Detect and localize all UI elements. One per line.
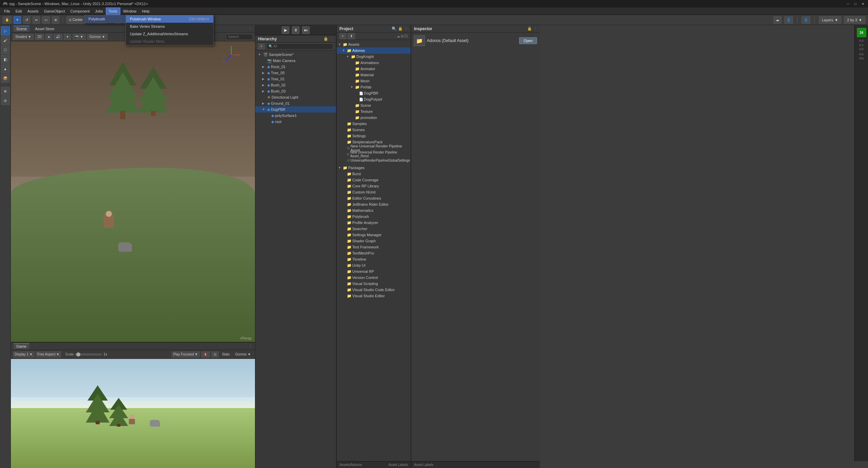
tree-mathematics[interactable]: 📁 Mathematics — [337, 207, 411, 213]
asset-store-tab[interactable]: Asset Store — [32, 26, 57, 32]
menu-help[interactable]: Help — [139, 7, 152, 15]
hierarchy-ground-01[interactable]: ▶ ◆ Ground_01 — [255, 100, 336, 106]
menu-file[interactable]: File — [1, 7, 13, 15]
combined-tool[interactable]: ⊕ — [52, 16, 59, 24]
hierarchy-root[interactable]: ◆ root — [255, 119, 336, 125]
tree-universal-rp[interactable]: 📁 Universal RP — [337, 268, 411, 274]
menu-tools[interactable]: Tools — [106, 7, 121, 15]
draw-mode-btn[interactable]: Shaded ▼ — [13, 34, 34, 40]
scale-tool[interactable]: ⇔ — [33, 16, 40, 24]
tree-searcher[interactable]: 📁 Searcher — [337, 226, 411, 232]
project-import-btn[interactable]: ⬆ — [348, 33, 355, 39]
tree-urp-global[interactable]: ⚙ UniversalRenderPipelineGlobalSettings — [337, 157, 411, 163]
2d-btn[interactable]: 2D — [35, 34, 44, 40]
project-add-btn[interactable]: + — [339, 33, 346, 39]
tree-assets[interactable]: ▼ 📁 Assets — [337, 41, 411, 47]
tree-custom-nunit[interactable]: 📁 Custom NUnit — [337, 189, 411, 195]
tree-textmeshpro[interactable]: 📁 TextMeshPro — [337, 250, 411, 256]
menu-edit[interactable]: Edit — [13, 7, 25, 15]
tree-vscode-editor[interactable]: 📁 Visual Studio Code Editor — [337, 287, 411, 293]
gizmos-game-btn[interactable]: Gizmos ▼ — [233, 352, 253, 357]
move-tool[interactable]: ✛ — [14, 16, 21, 24]
tree-timeline[interactable]: 📁 Timeline — [337, 256, 411, 262]
hierarchy-rock-01[interactable]: ▶ ◆ Rock_01 — [255, 64, 336, 70]
play-focused-btn[interactable]: Play Focused ▼ — [172, 351, 200, 358]
tool-texture[interactable]: ◧ — [1, 55, 10, 64]
hierarchy-scene[interactable]: ▼ 🎬 SampleScene* — [255, 52, 336, 58]
tree-profile-analyzer[interactable]: 📁 Profile Analyzer — [337, 220, 411, 226]
tool-prefab[interactable]: 📦 — [1, 74, 10, 83]
minimize-button[interactable]: ─ — [846, 1, 850, 6]
layers-button[interactable]: Layers ▼ — [819, 16, 841, 24]
polybrush-window-item[interactable]: Polybrush Window Ctrl+Shift+V — [126, 15, 213, 23]
tree-mesh[interactable]: 📁 Mesh — [337, 78, 411, 84]
game-tab[interactable]: Game — [14, 343, 29, 349]
layout-button[interactable]: 2 by 3 ▼ — [844, 16, 865, 24]
menu-gameobject[interactable]: GameObject — [41, 7, 68, 15]
tree-dogpbr-file[interactable]: 📄 DogPBR — [337, 90, 411, 96]
hierarchy-search[interactable] — [266, 43, 333, 49]
pause-button[interactable]: ⏸ — [292, 26, 299, 34]
hierarchy-tree-01[interactable]: ▶ ◆ Tree_01 — [255, 76, 336, 82]
menu-window[interactable]: Window — [120, 7, 139, 15]
bake-vertex-streams-item[interactable]: Bake Vertex Streams — [126, 23, 213, 30]
tree-dogpolyart[interactable]: 📄 DogPolyart — [337, 96, 411, 102]
scene-canvas[interactable]: X Y Z <Persp — [11, 41, 255, 342]
tree-scene-folder[interactable]: 📁 Scene — [337, 102, 411, 108]
tree-adonos[interactable]: ▼ 📁 Adonos — [337, 47, 411, 54]
tree-visual-scripting[interactable]: 📁 Visual Scripting — [337, 281, 411, 287]
tree-settings[interactable]: 📁 Settings — [337, 133, 411, 139]
menu-component[interactable]: Component — [67, 7, 92, 15]
lighting-btn[interactable]: ● — [45, 34, 52, 40]
tree-animator[interactable]: 📁 Animator — [337, 66, 411, 72]
mute-btn[interactable]: 🔇 — [201, 351, 210, 358]
cloud-btn[interactable]: ☁ — [773, 16, 782, 24]
tree-packages[interactable]: ▼ 📁 Packages — [337, 165, 411, 171]
rect-tool[interactable]: ▭ — [42, 16, 50, 24]
tree-unity-ui[interactable]: 📁 Unity UI — [337, 262, 411, 268]
menu-jobs[interactable]: Jobs — [92, 7, 105, 15]
audio-btn[interactable]: 🔊 — [54, 34, 62, 40]
tree-texture[interactable]: 📁 Texture — [337, 108, 411, 115]
tree-jetbrains[interactable]: 📁 JetBrains Rider Editor — [337, 201, 411, 207]
hierarchy-polysurface[interactable]: ◆ polySurface1 — [255, 113, 336, 119]
tree-test-framework[interactable]: 📁 Test Framework — [337, 244, 411, 250]
hierarchy-tree-05[interactable]: ▶ ◆ Tree_05 — [255, 70, 336, 76]
tree-vs-editor[interactable]: 📁 Visual Studio Editor — [337, 293, 411, 299]
hierarchy-dogpbr[interactable]: ▼ ◆ DogPBR — [255, 106, 336, 113]
tree-prefab[interactable]: ▼ 📁 Prefab — [337, 84, 411, 90]
tree-animations[interactable]: 📁 Animations — [337, 60, 411, 66]
maximize-btn[interactable]: ⊡ — [211, 351, 219, 358]
hierarchy-add-btn[interactable]: + — [258, 43, 265, 49]
hierarchy-bush-03[interactable]: ▶ ◆ Bush_03 — [255, 88, 336, 94]
tree-code-coverage[interactable]: 📁 Code Coverage — [337, 177, 411, 183]
tree-new-urp-rend[interactable]: ⚙ New Universal Render Pipeline Asset_Re… — [337, 151, 411, 157]
gizmos-scene-btn[interactable]: Gizmos ▼ — [87, 34, 108, 40]
tool-select[interactable]: ▷ — [1, 26, 10, 35]
fx-btn[interactable]: ✦ — [64, 34, 71, 40]
step-button[interactable]: ⏭ — [302, 26, 310, 34]
tree-polybrush[interactable]: 📁 Polybrush — [337, 213, 411, 220]
tool-extra-2[interactable]: ⊘ — [1, 96, 10, 105]
tool-paint[interactable]: 🖌 — [1, 36, 10, 45]
rotate-tool[interactable]: ↺ — [23, 16, 31, 24]
hierarchy-bush-02[interactable]: ▶ ◆ Bush_02 — [255, 82, 336, 88]
scene-tab[interactable]: Scene — [14, 26, 29, 32]
hierarchy-main-camera[interactable]: 📷 Main Camera — [255, 58, 336, 64]
tree-material[interactable]: 📁 Material — [337, 72, 411, 78]
restore-button[interactable]: □ — [853, 1, 858, 6]
play-button[interactable]: ▶ — [282, 26, 289, 34]
pivot-toggle[interactable]: ⊙ Center — [66, 16, 85, 24]
tool-vertex[interactable]: ▲ — [1, 64, 10, 73]
collab-btn[interactable]: 👤 — [784, 16, 793, 24]
account-btn[interactable]: 👤 — [802, 16, 810, 24]
hierarchy-directional-light[interactable]: ☀ Directional Light — [255, 94, 336, 100]
scene-search[interactable] — [226, 34, 253, 40]
scene-camera-btn[interactable]: 📷 ▼ — [73, 34, 86, 40]
tree-samples[interactable]: 📁 Samples — [337, 121, 411, 127]
tree-burst[interactable]: 📁 Burst — [337, 171, 411, 177]
hand-tool[interactable]: ✋ — [3, 16, 12, 24]
game-canvas[interactable] — [11, 359, 255, 468]
update-z-item[interactable]: Update Z_AdditionalVertexStreams — [126, 30, 213, 38]
tool-shape[interactable]: ⬡ — [1, 45, 10, 54]
